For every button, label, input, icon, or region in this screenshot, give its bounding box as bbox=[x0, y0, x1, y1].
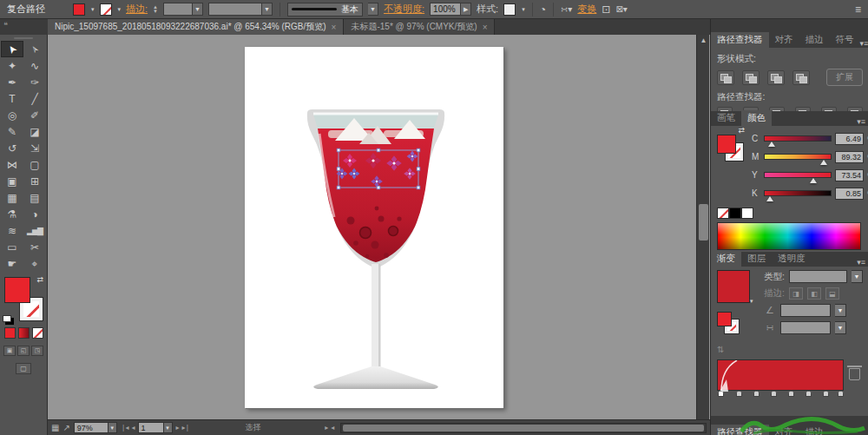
export-icon[interactable]: ↗ bbox=[62, 423, 69, 432]
panel-menu-icon[interactable]: ▾≡ bbox=[857, 258, 868, 267]
horizontal-scrollbar[interactable] bbox=[340, 423, 707, 433]
tool-type[interactable]: T bbox=[1, 90, 23, 107]
document-setup-icon[interactable]: ◔ bbox=[540, 3, 546, 16]
tool-mesh[interactable]: ▦ bbox=[1, 189, 23, 206]
gradient-stop[interactable] bbox=[788, 391, 794, 397]
exclude-button[interactable] bbox=[792, 70, 810, 85]
artboard-dropdown-icon[interactable]: ▼ bbox=[164, 422, 173, 433]
tool-anchor-point[interactable]: ✑ bbox=[23, 74, 46, 90]
tab-align[interactable]: 对齐 bbox=[769, 32, 799, 48]
style-dropdown-icon[interactable]: ▾ bbox=[522, 6, 525, 13]
stroke-within-icon[interactable]: ◨ bbox=[789, 287, 803, 300]
tool-pencil[interactable]: ✎ bbox=[1, 123, 23, 140]
tool-blend[interactable]: ◑ bbox=[23, 206, 46, 222]
vertical-scrollbar[interactable]: ▲ bbox=[696, 35, 709, 419]
panel-menu-icon[interactable]: ≡ bbox=[855, 3, 861, 16]
cyan-slider[interactable] bbox=[764, 135, 832, 142]
gradient-stop[interactable] bbox=[806, 391, 812, 397]
draw-normal-button[interactable]: ▣ bbox=[3, 346, 16, 356]
expand-button[interactable]: 扩展 bbox=[826, 69, 863, 86]
magenta-value-field[interactable]: 89.32 bbox=[835, 151, 864, 163]
yellow-value-field[interactable]: 73.54 bbox=[835, 169, 864, 181]
swap-colors-icon[interactable]: ⇄ bbox=[738, 126, 745, 135]
white-swatch[interactable] bbox=[741, 208, 753, 219]
tool-scale[interactable]: ⇲ bbox=[23, 140, 46, 156]
scroll-left-icon[interactable]: ◂ bbox=[331, 424, 333, 432]
tool-lasso[interactable]: ∿ bbox=[23, 57, 46, 74]
tool-direct-selection[interactable]: ➢ bbox=[23, 41, 46, 57]
profile-dropdown-icon[interactable]: ▼ bbox=[262, 3, 273, 16]
tool-column-graph[interactable]: ▂▅▇ bbox=[23, 222, 46, 239]
none-swatch[interactable] bbox=[717, 208, 729, 219]
variable-width-profile-field[interactable] bbox=[208, 3, 262, 16]
black-slider-handle[interactable] bbox=[766, 196, 773, 201]
stroke-weight-stepper[interactable]: ▲▼ bbox=[153, 5, 158, 14]
intersect-button[interactable] bbox=[767, 70, 785, 85]
panel-menu-icon[interactable]: ▾≡ bbox=[857, 117, 868, 126]
stroke-along-icon[interactable]: ◧ bbox=[807, 287, 821, 300]
magenta-slider-handle[interactable] bbox=[820, 160, 827, 165]
stroke-color-swatch[interactable] bbox=[100, 3, 112, 16]
prev-artboard-icon[interactable]: ◂ bbox=[132, 424, 135, 432]
unite-button[interactable] bbox=[717, 70, 734, 85]
tab-color[interactable]: 颜色 bbox=[741, 110, 772, 126]
toolbar-grip[interactable] bbox=[14, 37, 33, 39]
tool-artboard[interactable]: ▭ bbox=[1, 239, 23, 255]
tab-stroke[interactable]: 描边 bbox=[799, 32, 830, 48]
black-swatch[interactable] bbox=[729, 208, 741, 219]
isolate-selection-icon[interactable]: ⊠▾ bbox=[615, 4, 627, 14]
gradient-stop[interactable] bbox=[718, 391, 724, 397]
gradient-type-dropdown[interactable] bbox=[789, 270, 847, 283]
bounding-box-icon[interactable]: ⊡ bbox=[602, 3, 610, 16]
tool-zoom[interactable]: ⌖ bbox=[23, 255, 46, 272]
tool-selection[interactable]: ➤ bbox=[1, 41, 23, 57]
tab-layers[interactable]: 图层 bbox=[741, 251, 772, 267]
tool-free-transform[interactable]: ▢ bbox=[23, 156, 46, 173]
swap-fill-stroke-icon[interactable]: ⇄ bbox=[36, 275, 43, 284]
gradient-stop[interactable] bbox=[838, 391, 844, 397]
color-spectrum-bar[interactable] bbox=[717, 222, 861, 250]
tool-shaper[interactable]: ◎ bbox=[1, 107, 23, 123]
style-swatch[interactable] bbox=[503, 3, 516, 16]
magenta-slider[interactable] bbox=[764, 154, 832, 160]
scroll-right-icon[interactable]: ▸ bbox=[325, 424, 327, 432]
stroke-weight-dropdown-icon[interactable]: ▼ bbox=[193, 3, 203, 16]
tab-transparency[interactable]: 透明度 bbox=[772, 251, 812, 267]
fill-stroke-indicator[interactable]: ⇄ bbox=[4, 277, 43, 320]
vertical-scroll-thumb[interactable] bbox=[699, 204, 708, 241]
tool-magic-wand[interactable]: ✦ bbox=[1, 57, 23, 74]
minus-front-button[interactable] bbox=[742, 70, 760, 85]
black-value-field[interactable]: 0.85 bbox=[835, 188, 864, 200]
tool-slice[interactable]: ✂ bbox=[23, 239, 46, 255]
tool-symbol-sprayer[interactable]: ≋ bbox=[1, 222, 23, 239]
gradient-stop[interactable] bbox=[753, 391, 760, 397]
gradient-stop[interactable] bbox=[736, 391, 742, 397]
document-tab-2[interactable]: 未标题-15* @ 97% (CMYK/预览) × bbox=[344, 19, 495, 35]
stroke-across-icon[interactable]: ⬓ bbox=[825, 287, 839, 300]
tab-pathfinder[interactable]: 路径查找器 bbox=[711, 32, 769, 48]
gradient-swatch-dropdown-icon[interactable]: ▾ bbox=[750, 298, 753, 304]
stroke-dropdown-icon[interactable]: ▾ bbox=[118, 6, 122, 13]
default-fill-stroke-icon[interactable] bbox=[3, 315, 11, 322]
brush-dropdown-icon[interactable]: ▼ bbox=[368, 3, 378, 16]
document-tab-1[interactable]: Nipic_15097685_20180518093222687036.ai* … bbox=[48, 19, 344, 35]
fill-color-swatch[interactable] bbox=[73, 3, 85, 16]
tab-symbols[interactable]: 符号 bbox=[830, 32, 860, 48]
opacity-field[interactable]: 100% bbox=[430, 3, 461, 16]
stroke-panel-link[interactable]: 描边: bbox=[126, 3, 148, 16]
next-artboard-icon[interactable]: ▸ bbox=[176, 424, 179, 432]
draw-behind-button[interactable]: ◱ bbox=[17, 346, 30, 356]
tab-brushes[interactable]: 画笔 bbox=[711, 110, 741, 126]
fill-swatch[interactable] bbox=[4, 277, 30, 303]
opacity-dropdown-icon[interactable]: ▶ bbox=[461, 3, 471, 16]
opacity-link[interactable]: 不透明度: bbox=[384, 3, 424, 16]
color-button[interactable] bbox=[4, 327, 16, 339]
tool-width[interactable]: ⋈ bbox=[1, 156, 23, 173]
yellow-slider[interactable] bbox=[764, 172, 832, 178]
panel-menu-icon[interactable]: ▾≡ bbox=[860, 39, 868, 48]
fill-proxy[interactable] bbox=[717, 135, 736, 154]
color-fill-stroke-indicator[interactable]: ⇄ bbox=[717, 129, 746, 164]
fill-dropdown-icon[interactable]: ▾ bbox=[91, 6, 95, 13]
stroke-weight-field[interactable] bbox=[163, 3, 193, 16]
horizontal-scroll-thumb[interactable] bbox=[343, 425, 704, 432]
